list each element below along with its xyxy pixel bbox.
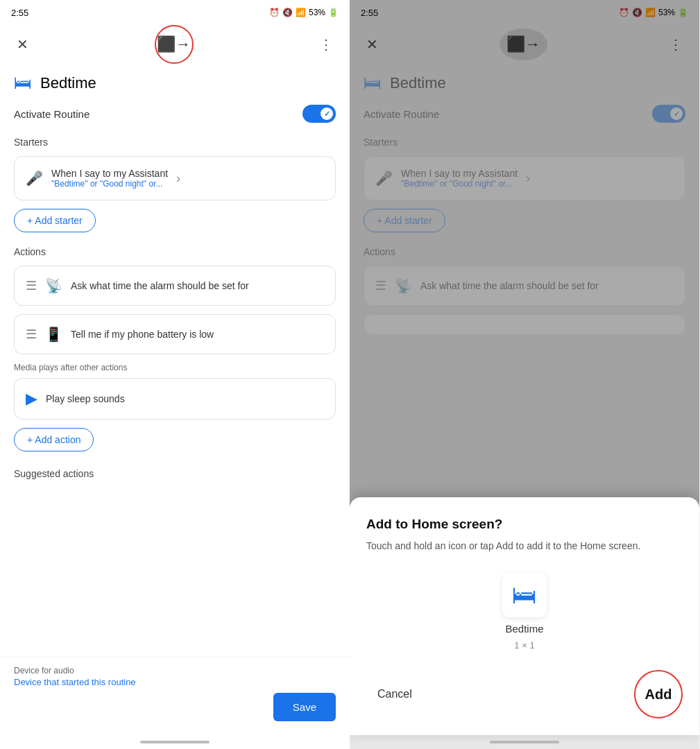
dialog-app-name: Bedtime [505, 623, 543, 635]
action2-text: Tell me if my phone battery is low [71, 329, 324, 340]
activate-toggle[interactable] [302, 105, 336, 123]
play-icon: ▶ [26, 390, 37, 408]
drag-handle-2[interactable]: ☰ [26, 327, 37, 342]
wifi-icon: 📶 [296, 8, 306, 17]
right-nav-indicator [350, 735, 699, 749]
drag-handle-1[interactable]: ☰ [26, 278, 37, 293]
left-scroll-content: 🛏 Bedtime Activate Routine Starters 🎤 Wh… [0, 64, 350, 657]
starter-card[interactable]: 🎤 When I say to my Assistant "Bedtime" o… [14, 156, 336, 200]
dialog-cancel-button[interactable]: Cancel [366, 682, 423, 706]
left-time: 2:55 [11, 8, 28, 18]
add-action-button[interactable]: + Add action [14, 428, 94, 451]
media-card[interactable]: ▶ Play sleep sounds [14, 378, 336, 420]
media-row: ▶ Play sleep sounds [15, 379, 335, 419]
actions-label: Actions [14, 246, 336, 257]
speaker-icon: 📡 [45, 277, 62, 294]
mic-icon: 🎤 [26, 170, 43, 187]
dialog-actions: Cancel Add [366, 670, 683, 718]
starter-main-text: When I say to my Assistant [51, 168, 168, 179]
shortcut-icon-circle[interactable]: ⬛→ [155, 25, 194, 64]
dialog-title: Add to Home screen? [366, 517, 683, 532]
suggested-label: Suggested actions [14, 468, 336, 479]
battery-icon: 🔋 [328, 8, 339, 17]
right-panel: 2:55 ⏰ 🔇 📶 53% 🔋 ✕ ⬛→ ⋮ 🛏 Bedtime [350, 0, 699, 749]
activate-label: Activate Routine [14, 108, 89, 120]
battery-text: 53% [309, 8, 325, 17]
dialog-body: Touch and hold an icon or tap Add to add… [366, 539, 683, 553]
action2-row: ☰ 📱 Tell me if my phone battery is low [15, 315, 335, 354]
phone-icon: 📱 [45, 326, 62, 343]
device-label: Device for audio [14, 666, 336, 675]
routine-header: 🛏 Bedtime [14, 72, 336, 94]
activate-row: Activate Routine [14, 105, 336, 123]
starter-text-block: When I say to my Assistant "Bedtime" or … [51, 168, 168, 189]
close-button[interactable]: ✕ [11, 31, 34, 58]
add-to-home-dialog: Add to Home screen? Touch and hold an ic… [350, 497, 699, 735]
left-status-bar: 2:55 ⏰ 🔇 📶 53% 🔋 [0, 0, 350, 25]
media-text: Play sleep sounds [46, 393, 324, 404]
chevron-icon: › [176, 171, 180, 186]
bed-icon: 🛏 [14, 72, 32, 94]
device-link[interactable]: Device that started this routine [14, 677, 336, 687]
left-top-bar: ✕ ⬛→ ⋮ [0, 25, 350, 64]
dialog-overlay: Add to Home screen? Touch and hold an ic… [350, 0, 699, 735]
silent-icon: 🔇 [282, 8, 293, 17]
nav-bar [140, 741, 210, 743]
add-starter-button[interactable]: + Add starter [14, 209, 96, 232]
left-status-icons: ⏰ 🔇 📶 53% 🔋 [269, 8, 339, 17]
more-button[interactable]: ⋮ [314, 31, 339, 58]
save-button[interactable]: Save [273, 693, 336, 721]
starter-row: 🎤 When I say to my Assistant "Bedtime" o… [15, 157, 335, 200]
action2-card[interactable]: ☰ 📱 Tell me if my phone battery is low [14, 314, 336, 354]
starters-label: Starters [14, 137, 336, 148]
dialog-add-button[interactable]: Add [634, 670, 683, 718]
starter-sub-text: "Bedtime" or "Good night" or... [51, 179, 168, 189]
dialog-add-label: Add [645, 687, 672, 703]
alarm-icon: ⏰ [269, 8, 280, 17]
left-bottom-bar: Device for audio Device that started thi… [0, 657, 350, 735]
dialog-icon-area: 🛏 Bedtime 1 × 1 [366, 573, 683, 651]
media-label: Media plays after other actions [14, 363, 336, 372]
right-panel-content: 2:55 ⏰ 🔇 📶 53% 🔋 ✕ ⬛→ ⋮ 🛏 Bedtime [350, 0, 699, 735]
dialog-app-size: 1 × 1 [514, 640, 534, 651]
dialog-app-icon: 🛏 [502, 573, 547, 617]
toggle-check [321, 107, 333, 120]
action1-row: ☰ 📡 Ask what time the alarm should be se… [15, 266, 335, 305]
routine-title: Bedtime [40, 74, 96, 92]
left-nav-indicator [0, 735, 350, 749]
shortcut-icon: ⬛→ [157, 35, 191, 53]
left-panel: 2:55 ⏰ 🔇 📶 53% 🔋 ✕ ⬛→ ⋮ 🛏 Bedtime Activa… [0, 0, 350, 749]
action1-card[interactable]: ☰ 📡 Ask what time the alarm should be se… [14, 266, 336, 306]
right-nav-bar [490, 741, 559, 743]
save-btn-row: Save [14, 693, 336, 721]
action1-text: Ask what time the alarm should be set fo… [71, 280, 324, 291]
